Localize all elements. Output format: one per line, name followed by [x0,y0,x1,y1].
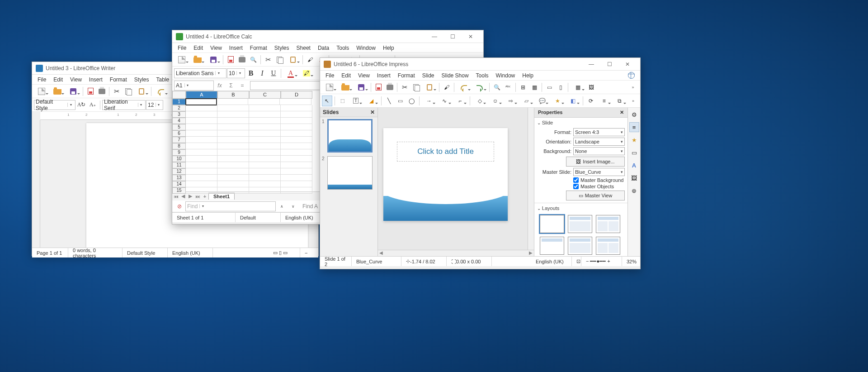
insert-image-button[interactable]: 🖼Insert Image... [566,157,625,167]
next-sheet-button[interactable]: ▶ [187,193,194,199]
minimize-button[interactable]: — [582,58,600,70]
cell[interactable] [217,149,249,156]
insert-image-button[interactable]: 🖼 [586,82,597,93]
paste-button[interactable] [285,54,301,65]
open-button[interactable] [50,86,65,97]
status-coord2[interactable]: ⛶ 0.00 x 0.00 [447,257,492,266]
find-all-label[interactable]: Find A [302,203,318,210]
rectangle-tool[interactable]: ▭ [395,95,406,106]
open-button[interactable] [338,82,353,93]
paste-button[interactable] [422,82,437,93]
cell[interactable] [186,105,217,111]
menu-slide[interactable]: Slide [419,72,438,80]
cell[interactable] [281,162,312,168]
redo-button[interactable] [472,82,487,93]
row-header-10[interactable]: 10 [172,156,186,162]
copy-button[interactable] [410,82,421,93]
layout-two-content[interactable] [596,215,620,233]
print-button[interactable] [96,86,107,97]
status-slide[interactable]: Slide 1 of 2 [320,257,352,266]
row-header-5[interactable]: 5 [172,124,186,130]
slide-transition-tab[interactable]: ★ [629,135,639,145]
paste-button[interactable] [134,86,149,97]
new-style-button[interactable]: A₊ [87,100,98,110]
arrow-tool[interactable]: → [422,95,436,106]
minimize-button[interactable]: — [425,31,443,43]
impress-titlebar[interactable]: Untitled 6 - LibreOffice Impress — ☐ ✕ [320,58,640,71]
menu-file[interactable]: File [322,72,338,80]
bold-button[interactable]: B [245,68,256,79]
row-header-6[interactable]: 6 [172,130,186,137]
paragraph-style-combo[interactable]: Default Style▾ [34,100,75,110]
print-button[interactable] [236,54,247,65]
select-all-corner[interactable] [172,91,186,99]
cell[interactable] [281,168,312,175]
cell[interactable] [186,168,217,175]
line-tool[interactable]: ╲ [384,95,394,106]
undo-button[interactable] [456,82,472,93]
fill-color-tool[interactable]: ◢ [364,95,378,106]
menu-help[interactable]: Help [379,44,398,52]
cell[interactable] [281,124,312,130]
font-size-combo[interactable]: 10▾ [227,68,245,78]
title-placeholder[interactable]: Click to add Title [397,142,494,162]
col-header-b[interactable]: B [217,91,249,99]
sum-button[interactable]: Σ [226,80,236,91]
status-coord1[interactable]: ⊹ -1.74 / 8.02 [401,257,447,266]
cell[interactable] [217,162,249,168]
display-views-button[interactable]: ▦ [529,82,540,93]
last-sheet-button[interactable]: ⏭ [194,194,201,199]
cell[interactable] [217,137,249,143]
curve-tool[interactable]: ∿ [437,95,452,106]
find-input[interactable]: Find▾ [185,201,276,211]
cell[interactable] [249,175,281,181]
find-next-button[interactable]: ∨ [288,201,298,212]
rotate-tool[interactable]: ⟳ [585,95,596,106]
master-slides-tab[interactable]: A [629,160,639,170]
cell[interactable] [217,105,249,111]
menu-styles[interactable]: Styles [131,76,153,84]
cell[interactable] [248,99,280,105]
cell[interactable] [186,156,217,162]
menu-view[interactable]: View [66,76,85,84]
libreoffice-icon[interactable] [624,71,638,80]
row-header-14[interactable]: 14 [172,181,186,187]
status-lang[interactable]: English (UK) [281,213,326,222]
maximize-button[interactable]: ☐ [600,58,618,70]
master-objects-checkbox[interactable]: Master Objects [573,184,625,189]
navigator-tab[interactable]: ⊕ [629,186,639,196]
menu-sheet[interactable]: Sheet [293,44,314,52]
status-style[interactable]: Default [236,213,281,222]
font-color-button[interactable]: A [283,68,298,79]
cell[interactable] [249,130,281,137]
horizontal-scrollbar[interactable]: ◀▶ [378,250,534,256]
close-find-button[interactable]: ⊘ [174,201,185,212]
cell-reference-box[interactable]: A1▾ [174,81,214,91]
cell[interactable] [186,118,217,124]
sheet-tab[interactable]: Sheet1 [208,193,235,200]
menu-data[interactable]: Data [314,44,333,52]
prev-sheet-button[interactable]: ◀ [179,193,187,199]
find-prev-button[interactable]: ∧ [276,201,287,212]
cell[interactable] [217,118,249,124]
row-header-4[interactable]: 4 [172,118,186,124]
layout-blank[interactable] [540,215,564,233]
cell[interactable] [249,118,281,124]
first-sheet-button[interactable]: ⏮ [172,194,179,199]
cell[interactable] [186,124,217,130]
slide-thumbnail-1[interactable] [327,119,373,153]
save-button[interactable] [354,82,369,93]
cell[interactable] [249,124,281,130]
cell[interactable] [281,137,312,143]
ellipse-tool[interactable]: ◯ [406,95,417,106]
menu-view[interactable]: View [207,44,226,52]
cell[interactable] [249,156,281,162]
save-button[interactable] [66,86,81,97]
start-current-button[interactable]: ▯ [555,82,566,93]
highlight-button[interactable]: 🖍 [299,68,314,79]
copy-button[interactable] [274,54,285,65]
formula-button[interactable]: = [237,80,248,91]
status-style[interactable]: Default Style [123,248,168,258]
cell[interactable] [249,181,281,187]
row-header-7[interactable]: 7 [172,137,186,143]
